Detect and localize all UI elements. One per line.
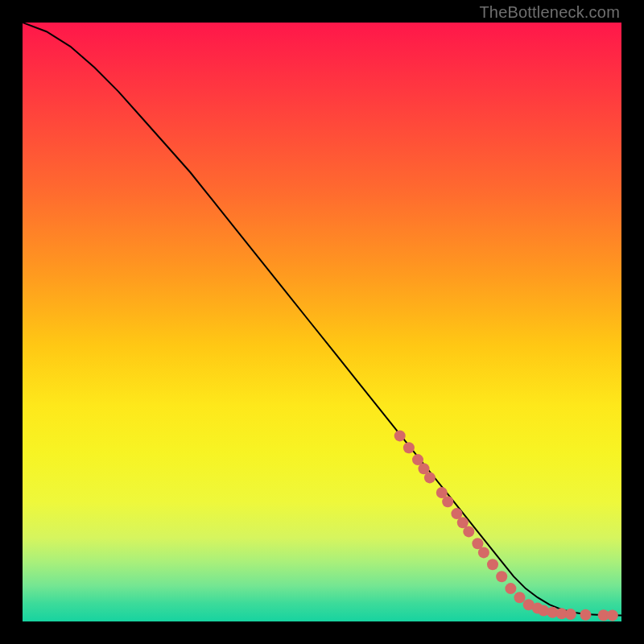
data-point <box>514 592 526 603</box>
data-point <box>607 609 618 621</box>
data-point <box>505 583 516 594</box>
data-point <box>478 547 489 558</box>
data-point <box>403 442 415 453</box>
data-point <box>463 526 474 537</box>
data-point <box>487 559 498 570</box>
chart-frame: TheBottleneck.com <box>0 0 644 644</box>
data-point <box>394 430 406 441</box>
data-point <box>580 609 591 621</box>
data-point <box>424 472 436 483</box>
data-points <box>394 430 618 621</box>
data-point <box>442 496 453 507</box>
watermark-text: TheBottleneck.com <box>479 3 620 22</box>
curve-line <box>23 23 621 616</box>
plot-area <box>23 23 621 621</box>
data-point <box>496 571 507 582</box>
chart-svg <box>23 23 621 621</box>
data-point <box>565 609 576 620</box>
